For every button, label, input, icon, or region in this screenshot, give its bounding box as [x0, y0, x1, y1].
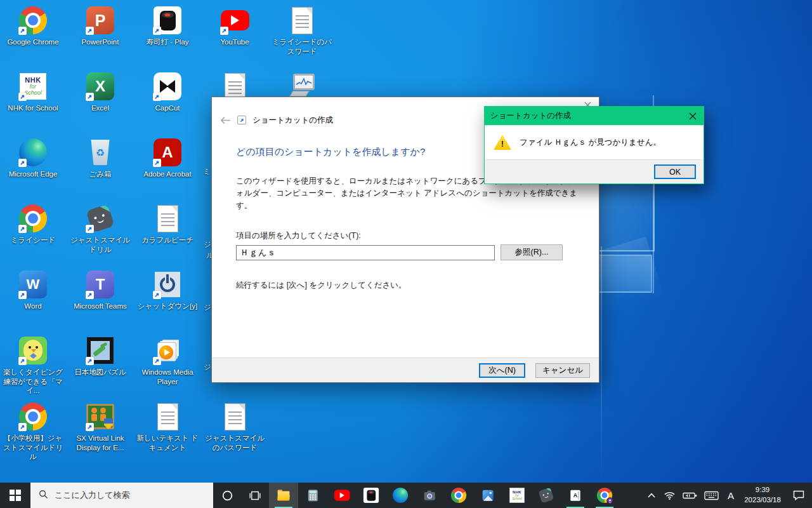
- sushi-icon: [152, 5, 183, 36]
- nhk-for-school-icon: NHKforSchool: [18, 71, 48, 102]
- touch-keyboard-icon[interactable]: [700, 483, 722, 508]
- text-document-icon: [219, 401, 250, 432]
- desktop-icon-label: 寿司打 - Play: [146, 37, 188, 47]
- desktop-icon-wmp[interactable]: Windows Media Player: [134, 335, 201, 386]
- error-dialog-titlebar[interactable]: ショートカットの作成: [485, 107, 704, 125]
- desktop-icon-text-document[interactable]: カラフルピーチ: [134, 203, 201, 245]
- desktop-icon-label: 楽しくタイピング練習ができる「マイ...: [0, 368, 66, 396]
- desktop-icon-chrome[interactable]: Google Chrome: [0, 5, 67, 47]
- system-tray: A 9:39 2023/03/18: [643, 483, 812, 508]
- desktop-icon-teams[interactable]: TMicrosoft Teams: [67, 269, 134, 311]
- ime-indicator[interactable]: A: [722, 483, 740, 508]
- desktop-icon-label: ミライシードのパスワード: [269, 37, 335, 56]
- desktop-icon-label: Adobe Acrobat: [143, 170, 191, 179]
- start-button[interactable]: [0, 483, 30, 508]
- desktop-icon-shutdown[interactable]: シャットダウン[y]: [134, 269, 201, 311]
- desktop-icon-chrome[interactable]: 【小学校用】ジャストスマイルドリル: [0, 401, 67, 462]
- desktop-icon-text-document[interactable]: ミライシードのパスワード: [268, 5, 336, 56]
- cortana-button[interactable]: [213, 483, 241, 508]
- clipped-icon-label: ジ: [204, 240, 211, 250]
- recycle-bin-icon: ♻: [85, 137, 115, 168]
- taskbar-youtube-icon[interactable]: [327, 483, 357, 508]
- wifi-icon[interactable]: [660, 483, 679, 508]
- clipped-icon-label: ミ: [203, 167, 211, 177]
- desktop-icon-label: 【小学校用】ジャストスマイルドリル: [0, 434, 66, 462]
- desktop-icon-label: YouTube: [220, 37, 249, 47]
- taskbar-file-explorer-icon[interactable]: [269, 483, 298, 508]
- next-button[interactable]: 次へ(N): [479, 363, 525, 378]
- text-document-icon: [152, 401, 183, 432]
- shutdown-icon: [152, 269, 183, 300]
- taskbar-justsmile-drill-icon[interactable]: [532, 483, 561, 508]
- taskbar-photos-icon[interactable]: [473, 483, 502, 508]
- shortcut-arrow-icon: [18, 225, 27, 233]
- taskbar-search[interactable]: ここに入力して検索: [30, 483, 213, 508]
- taskbar-nhk-for-school-icon[interactable]: NHKforSchool: [502, 483, 532, 508]
- shortcut-arrow-icon: [18, 27, 27, 35]
- desktop-icon-japan-map[interactable]: 日本地図パズル: [67, 335, 134, 377]
- taskbar-clock[interactable]: 9:39 2023/03/18: [740, 483, 785, 508]
- desktop-icon-text-document[interactable]: 新しいテキスト ドキュメント: [134, 401, 201, 452]
- desktop-icon-recycle-bin[interactable]: ♻ごみ箱: [67, 137, 134, 179]
- shortcut-arrow-icon: [18, 93, 27, 101]
- desktop-icon-sx-virtual-link[interactable]: SX Virtual Link Display for E...: [67, 401, 134, 452]
- desktop-icon-label: 日本地図パズル: [74, 368, 126, 377]
- teams-icon: T: [85, 269, 115, 300]
- cancel-button[interactable]: キャンセル: [535, 363, 590, 378]
- shortcut-arrow-icon: [86, 357, 94, 365]
- desktop-icon-label: ジャストスマイルのパスワード: [202, 434, 268, 452]
- desktop-icon-label: Google Chrome: [7, 37, 58, 47]
- desktop-icon-typing-chick[interactable]: 楽しくタイピング練習ができる「マイ...: [0, 335, 67, 396]
- desktop-icon-edge[interactable]: Microsoft Edge: [0, 137, 67, 179]
- file-not-found-dialog: ショートカットの作成 ! ファイル Ｈｇんｓ が見つかりません。 OK: [484, 106, 704, 184]
- nhk-for-school-icon: NHKforSchool: [509, 487, 525, 504]
- text-document-icon: [287, 5, 317, 36]
- desktop-icon-powerpoint[interactable]: PPowerPoint: [67, 5, 134, 47]
- close-icon[interactable]: [682, 107, 704, 125]
- battery-icon[interactable]: [679, 483, 700, 508]
- location-input[interactable]: [236, 245, 495, 260]
- taskbar-camera-icon[interactable]: [415, 483, 444, 508]
- shortcut-arrow-icon: [153, 27, 161, 35]
- taskbar-book-a-icon[interactable]: A: [561, 483, 590, 508]
- desktop-icon-label: SX Virtual Link Display for E...: [67, 434, 133, 452]
- desktop-icon-acrobat[interactable]: AAdobe Acrobat: [134, 137, 201, 179]
- desktop-icon-text-document[interactable]: ジャストスマイルのパスワード: [201, 401, 268, 452]
- camera-icon: [421, 487, 438, 504]
- desktop-icon-label: Windows Media Player: [134, 368, 200, 386]
- typing-chick-icon: [18, 335, 48, 366]
- desktop-icon-youtube[interactable]: YouTube: [201, 5, 268, 47]
- desktop-icon-capcut[interactable]: CapCut: [134, 71, 201, 113]
- task-view-button[interactable]: [241, 483, 269, 508]
- browse-button[interactable]: 参照(R)...: [501, 244, 563, 260]
- shortcut-arrow-icon: [18, 291, 27, 299]
- desktop-icon-word[interactable]: WWord: [0, 269, 67, 311]
- clipped-icon-label: ジ: [204, 363, 211, 372]
- desktop-icon-excel[interactable]: XExcel: [67, 71, 134, 113]
- taskbar: ここに入力して検索 NHKforSchoolA A 9:39: [0, 483, 812, 508]
- desktop-icon-justsmile-drill[interactable]: ジャストスマイル ドリル: [67, 203, 134, 254]
- edge-icon: [392, 487, 409, 504]
- taskbar-chrome-icon[interactable]: [444, 483, 473, 508]
- cortana-icon: [222, 490, 233, 501]
- shortcut-arrow-icon: [153, 291, 161, 299]
- justsmile-drill-icon: [85, 203, 115, 234]
- taskbar-sushi-icon[interactable]: [357, 483, 386, 508]
- hidden-icons-chevron-icon[interactable]: [643, 483, 660, 508]
- action-center-icon[interactable]: [785, 483, 812, 508]
- desktop-icon-sushi[interactable]: 寿司打 - Play: [134, 5, 201, 47]
- desktop-icon-nhk-for-school[interactable]: NHKforSchoolNHK for School: [0, 71, 67, 113]
- acrobat-icon: A: [152, 137, 183, 168]
- powerpoint-icon: P: [85, 5, 115, 36]
- japan-map-icon: [85, 335, 115, 366]
- taskbar-chrome-profile-icon[interactable]: [590, 483, 619, 508]
- back-arrow-icon[interactable]: [220, 116, 231, 124]
- taskbar-calculator-icon[interactable]: [298, 483, 327, 508]
- location-field-label: 項目の場所を入力してください(T):: [236, 231, 573, 241]
- calculator-icon: [304, 487, 321, 504]
- clock-date: 2023/03/18: [744, 495, 781, 505]
- sx-virtual-link-icon: [85, 401, 115, 432]
- desktop-icon-chrome[interactable]: ミライシード: [0, 203, 67, 245]
- ok-button[interactable]: OK: [654, 164, 696, 179]
- taskbar-edge-icon[interactable]: [386, 483, 415, 508]
